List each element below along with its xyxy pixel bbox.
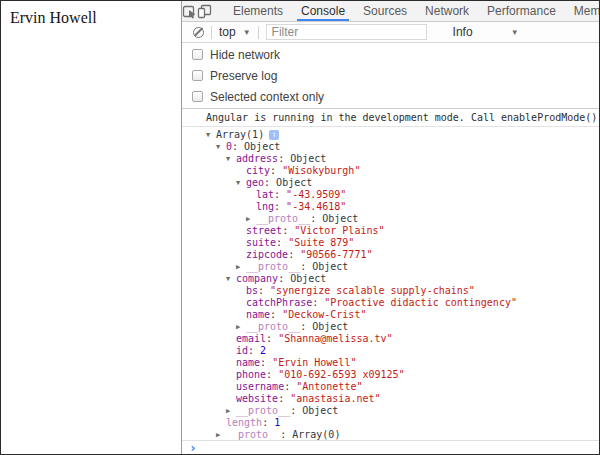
console-prompt[interactable]: ›: [182, 440, 599, 454]
inspect-element-button[interactable]: [182, 1, 197, 21]
browser-screenshot: Ervin Howell ElementsConsoleSourcesNetwo…: [0, 0, 600, 455]
key-value-colon: :: [274, 189, 286, 200]
property-value: "Wisokyburgh": [282, 165, 360, 176]
expanded-arrow-icon[interactable]: ▼: [206, 129, 216, 141]
tab-sources[interactable]: Sources: [354, 1, 416, 21]
execution-context-dropdown[interactable]: top ▼: [219, 25, 251, 39]
property-key: suite: [246, 237, 276, 248]
property-key: __proto__: [246, 261, 300, 272]
arrow-spacer: [236, 237, 246, 249]
page-title: Ervin Howell: [1, 1, 181, 27]
arrow-spacer: [246, 189, 256, 201]
property-value: Object: [312, 321, 348, 332]
devtools-tabbar: ElementsConsoleSourcesNetworkPerformance…: [182, 1, 599, 22]
property-value: "90566-7771": [300, 249, 372, 260]
tree-row: zipcode: "90566-7771": [182, 249, 599, 261]
collapsed-arrow-icon[interactable]: ▶: [216, 429, 226, 440]
tree-row: ▼Array(1)i: [182, 129, 599, 141]
arrow-spacer: [226, 369, 236, 381]
arrow-spacer: [236, 309, 246, 321]
preserve-log-checkbox[interactable]: [192, 70, 203, 81]
collapsed-arrow-icon[interactable]: ▶: [236, 321, 246, 333]
property-value: "synergize scalable supply-chains": [270, 285, 475, 296]
setting-row-selected-context-only: Selected context only: [182, 86, 599, 107]
key-value-colon: :: [300, 321, 312, 332]
console-log-message: Angular is running in the development mo…: [182, 109, 599, 127]
collapsed-arrow-icon[interactable]: ▶: [236, 261, 246, 273]
property-key: __proto__: [226, 429, 280, 440]
key-value-colon: :: [310, 213, 322, 224]
property-value: "Ervin Howell": [272, 357, 356, 368]
property-value: Object: [312, 261, 348, 272]
property-key: bs: [246, 285, 258, 296]
device-toolbar-icon: [197, 4, 212, 19]
property-value: Object: [290, 273, 326, 284]
arrow-spacer: [226, 381, 236, 393]
tree-row: city: "Wisokyburgh": [182, 165, 599, 177]
tree-row: bs: "synergize scalable supply-chains": [182, 285, 599, 297]
expanded-arrow-icon[interactable]: ▼: [216, 141, 226, 153]
key-value-colon: :: [284, 381, 296, 392]
arrow-spacer: [236, 165, 246, 177]
tree-row: website: "anastasia.net": [182, 393, 599, 405]
arrow-spacer: [236, 297, 246, 309]
tree-row: username: "Antonette": [182, 381, 599, 393]
filter-input[interactable]: [266, 24, 427, 40]
property-key: __proto__: [256, 213, 310, 224]
tab-performance[interactable]: Performance: [478, 1, 565, 21]
arrow-spacer: [226, 393, 236, 405]
property-key: length: [226, 417, 262, 428]
key-value-colon: :: [270, 309, 282, 320]
log-level-dropdown[interactable]: Info ▼: [453, 25, 519, 39]
console-object-tree: ▼Array(1)i▼0: Object▼address: Object cit…: [182, 127, 599, 440]
console-toolbar: top ▼ Info ▼: [182, 22, 599, 43]
tab-network[interactable]: Network: [416, 1, 478, 21]
collapsed-arrow-icon[interactable]: ▶: [226, 405, 236, 417]
tree-row: catchPhrase: "Proactive didactic conting…: [182, 297, 599, 309]
property-value: Object: [276, 177, 312, 188]
selected-context-only-checkbox[interactable]: [192, 91, 203, 102]
property-value: "-43.9509": [286, 189, 346, 200]
property-value: Object: [322, 213, 358, 224]
property-key: name: [246, 309, 270, 320]
toggle-device-toolbar-button[interactable]: [197, 1, 212, 21]
key-value-colon: :: [300, 261, 312, 272]
tree-row: ▶__proto__: Object: [182, 261, 599, 273]
collapsed-arrow-icon[interactable]: ▶: [246, 213, 256, 225]
tab-memory[interactable]: Memory: [565, 1, 600, 21]
tab-console[interactable]: Console: [292, 1, 354, 21]
tree-row: ▶__proto__: Object: [182, 321, 599, 333]
key-value-colon: :: [266, 369, 278, 380]
clear-console-icon[interactable]: [193, 27, 204, 38]
key-value-colon: :: [280, 429, 292, 440]
arrow-spacer: [236, 225, 246, 237]
property-key: geo: [246, 177, 264, 188]
expanded-arrow-icon[interactable]: ▼: [226, 153, 236, 165]
property-key: id: [236, 345, 248, 356]
toolbar-separator: [258, 26, 259, 39]
tree-row: id: 2: [182, 345, 599, 357]
prompt-chevron-icon: ›: [189, 442, 197, 454]
arrow-spacer: [236, 249, 246, 261]
expanded-arrow-icon[interactable]: ▼: [236, 177, 246, 189]
key-value-colon: :: [260, 357, 272, 368]
key-value-colon: :: [278, 273, 290, 284]
property-value: Array(1): [216, 129, 264, 140]
hide-network-checkbox[interactable]: [192, 49, 203, 60]
tree-row: name: "Deckow-Crist": [182, 309, 599, 321]
log-level-value: Info: [453, 25, 473, 39]
tree-row: email: "Shanna@melissa.tv": [182, 333, 599, 345]
property-key: company: [236, 273, 278, 284]
property-value: Object: [290, 153, 326, 164]
key-value-colon: :: [232, 141, 244, 152]
tree-row: suite: "Suite 879": [182, 237, 599, 249]
tree-row: phone: "010-692-6593 x09125": [182, 369, 599, 381]
arrow-spacer: [226, 333, 236, 345]
setting-row-hide-network: Hide network: [182, 44, 599, 65]
devtools-panel: ElementsConsoleSourcesNetworkPerformance…: [181, 1, 599, 454]
arrow-spacer: [216, 417, 226, 429]
key-value-colon: :: [262, 417, 274, 428]
key-value-colon: :: [248, 345, 260, 356]
tab-elements[interactable]: Elements: [224, 1, 292, 21]
expanded-arrow-icon[interactable]: ▼: [226, 273, 236, 285]
